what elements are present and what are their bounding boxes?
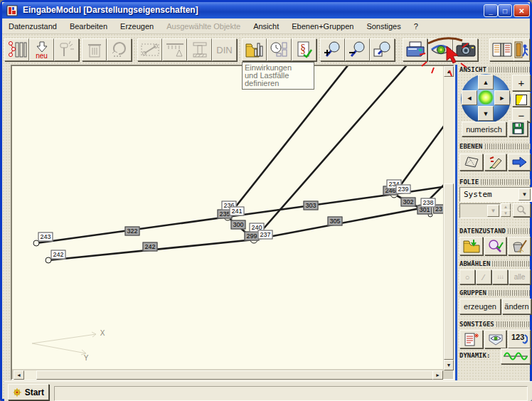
element-label[interactable]: 303 bbox=[303, 201, 318, 210]
window-content: EingabeModul [Darstellungseigenschaften]… bbox=[2, 2, 530, 399]
ebenen-plane-button[interactable] bbox=[459, 154, 483, 171]
zoom-in-button[interactable] bbox=[320, 38, 345, 61]
scroll-left-button[interactable]: ◄ bbox=[14, 370, 24, 380]
scroll-right-button[interactable]: ► bbox=[432, 370, 443, 380]
renumber-button[interactable]: 123 bbox=[508, 330, 531, 348]
pencil-icon bbox=[489, 156, 503, 169]
norm-check-button[interactable]: § bbox=[292, 38, 316, 61]
menu-item-sonstiges[interactable]: Sonstiges bbox=[360, 20, 407, 33]
exit-button[interactable] bbox=[514, 38, 530, 61]
clean-data-button[interactable] bbox=[508, 237, 531, 255]
pan-left-button[interactable]: ◄ bbox=[462, 90, 477, 105]
check-data-button[interactable] bbox=[484, 237, 506, 255]
view-options-button[interactable] bbox=[428, 38, 453, 61]
start-button[interactable]: Start bbox=[8, 384, 49, 400]
zoom-plus-button[interactable]: + bbox=[512, 75, 531, 91]
node-label[interactable]: 241 bbox=[229, 207, 244, 216]
contrast-button[interactable] bbox=[512, 92, 531, 107]
load-data-button[interactable] bbox=[459, 237, 483, 255]
node-label[interactable]: 242 bbox=[50, 250, 65, 260]
history-button[interactable] bbox=[267, 38, 292, 61]
drawing-canvas[interactable]: 3222422353002993033052463023012324324223… bbox=[12, 66, 443, 369]
ebenen-edit-button[interactable] bbox=[484, 154, 506, 171]
loads-folder-icon bbox=[245, 41, 265, 59]
zoom-window-button[interactable] bbox=[370, 38, 395, 61]
numerisch-button[interactable]: numerisch bbox=[462, 122, 506, 137]
loads-define-button[interactable] bbox=[242, 38, 267, 61]
save-view-button[interactable] bbox=[509, 120, 528, 137]
scroll-up-button[interactable]: ▲ bbox=[444, 66, 454, 77]
report-button[interactable] bbox=[459, 330, 483, 348]
trash-button[interactable] bbox=[82, 38, 107, 61]
section-dynamik: DYNAMIK: bbox=[459, 352, 499, 359]
tooltip: Einwirkungen und Lastfälle definieren bbox=[242, 62, 314, 90]
svg-text:§: § bbox=[300, 43, 306, 55]
node-label[interactable]: 243 bbox=[38, 232, 53, 242]
splitter[interactable] bbox=[455, 65, 457, 380]
undo-button[interactable] bbox=[107, 38, 132, 61]
taskbar: Start bbox=[4, 381, 532, 401]
profile-button[interactable] bbox=[187, 38, 212, 61]
measure-line-icon bbox=[140, 41, 160, 58]
minimize-button[interactable]: _ bbox=[484, 4, 498, 17]
gruppen-aendern-button[interactable]: ändern bbox=[502, 299, 531, 314]
folie-selected-value: System bbox=[464, 190, 492, 199]
menu-item-ansicht[interactable]: Ansicht bbox=[247, 20, 285, 33]
renumber-123-icon: 123 bbox=[511, 332, 528, 346]
section-gruppen: GRUPPEN bbox=[459, 289, 531, 296]
navpad-center-glow[interactable] bbox=[478, 90, 494, 105]
pan-down-button[interactable]: ▼ bbox=[478, 106, 494, 121]
loads-display-button[interactable] bbox=[162, 38, 187, 61]
trash-icon bbox=[87, 41, 102, 58]
close-button[interactable]: ✕ bbox=[514, 4, 530, 17]
element-label[interactable]: 299 bbox=[244, 232, 259, 241]
folie-spinner: ▲ ▼ bbox=[501, 203, 511, 217]
menu-item-erzeugen[interactable]: Erzeugen bbox=[114, 20, 160, 33]
structure-button[interactable] bbox=[4, 38, 29, 61]
node-label[interactable]: 238 bbox=[420, 198, 435, 208]
element-label[interactable]: 302 bbox=[400, 198, 415, 207]
element-label[interactable]: 305 bbox=[327, 217, 342, 226]
eye-shield-icon bbox=[488, 332, 504, 346]
print-button[interactable] bbox=[403, 38, 427, 61]
vertical-scroll-thumb[interactable] bbox=[444, 183, 454, 360]
section-datenzustand: DATENZUSTAND bbox=[459, 228, 531, 235]
snapshot-button[interactable] bbox=[453, 38, 478, 61]
sidebar: ANSICHT ▲ ◄ ► ▼ + − numerisch EBENEN bbox=[458, 65, 532, 381]
view-settings-button[interactable] bbox=[484, 330, 506, 348]
menu-item-bearbeiten[interactable]: Bearbeiten bbox=[63, 20, 114, 33]
section-title: ABWÄHLEN bbox=[459, 260, 490, 267]
neu-button[interactable]: neu bbox=[29, 38, 54, 61]
element-label[interactable]: 322 bbox=[124, 227, 139, 236]
maximize-button[interactable]: □ bbox=[498, 4, 512, 17]
horizontal-scroll-thumb[interactable] bbox=[36, 370, 433, 380]
folie-select[interactable]: System ▼ bbox=[459, 187, 532, 202]
eye-icon bbox=[430, 41, 452, 59]
measure-button[interactable] bbox=[137, 38, 162, 61]
gruppen-erzeugen-button[interactable]: erzeugen bbox=[459, 299, 501, 314]
section-abwaehlen: ABWÄHLEN bbox=[459, 260, 531, 267]
node-label[interactable]: 237 bbox=[257, 230, 272, 240]
element-label[interactable]: 242 bbox=[142, 242, 157, 252]
element-label[interactable]: 300 bbox=[230, 220, 245, 230]
manual-button[interactable] bbox=[489, 38, 514, 61]
node-label[interactable]: 239 bbox=[395, 185, 410, 194]
zoom-out-button[interactable] bbox=[345, 38, 370, 61]
scroll-down-button[interactable]: ▼ bbox=[444, 360, 454, 370]
folie-dropdown-arrow[interactable]: ▼ bbox=[518, 188, 531, 200]
horizontal-scrollbar[interactable]: ◄ ► bbox=[14, 370, 442, 380]
din-button[interactable]: DIN bbox=[212, 38, 237, 61]
vertical-scrollbar[interactable]: ▲ ▼ bbox=[444, 66, 454, 370]
pan-right-button[interactable]: ► bbox=[494, 90, 510, 105]
exit-door-icon bbox=[514, 41, 529, 59]
pan-up-button[interactable]: ▲ bbox=[478, 75, 494, 90]
ebenen-next-button[interactable] bbox=[508, 154, 531, 171]
section-title: GRUPPEN bbox=[459, 289, 486, 296]
menu-item-?[interactable]: ? bbox=[408, 20, 425, 33]
hammer-button[interactable] bbox=[54, 38, 79, 61]
coordinate-axes-icon bbox=[32, 332, 96, 355]
menu-item-ebenen-gruppen[interactable]: Ebenen+Gruppen bbox=[285, 20, 360, 33]
section-folie: FOLIE bbox=[459, 178, 531, 186]
menu-item-datenzustand[interactable]: Datenzustand bbox=[2, 20, 63, 33]
dynamik-button[interactable] bbox=[501, 348, 531, 364]
